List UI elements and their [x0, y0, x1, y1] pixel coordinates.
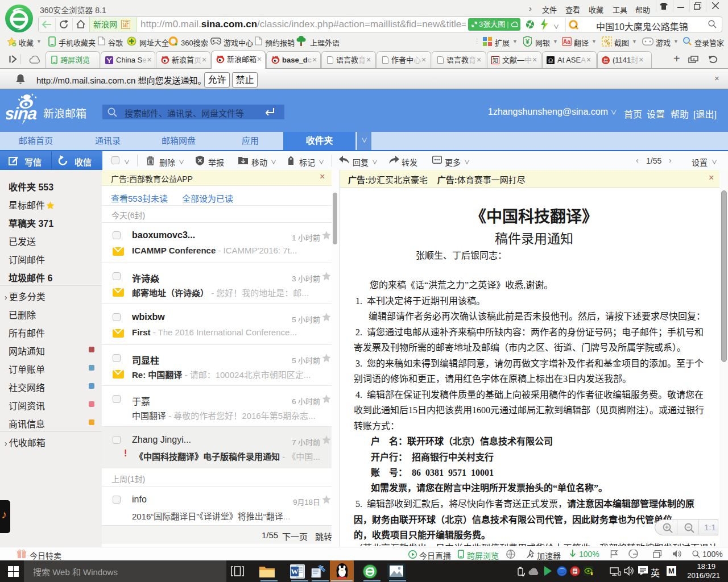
svg-text:Aa: Aa: [563, 39, 570, 45]
svg-text:易: 易: [603, 58, 608, 64]
svg-text:Ω: Ω: [548, 57, 553, 64]
svg-text:知: 知: [493, 57, 498, 64]
svg-text:sina: sina: [6, 104, 38, 123]
svg-text:W: W: [291, 567, 299, 576]
